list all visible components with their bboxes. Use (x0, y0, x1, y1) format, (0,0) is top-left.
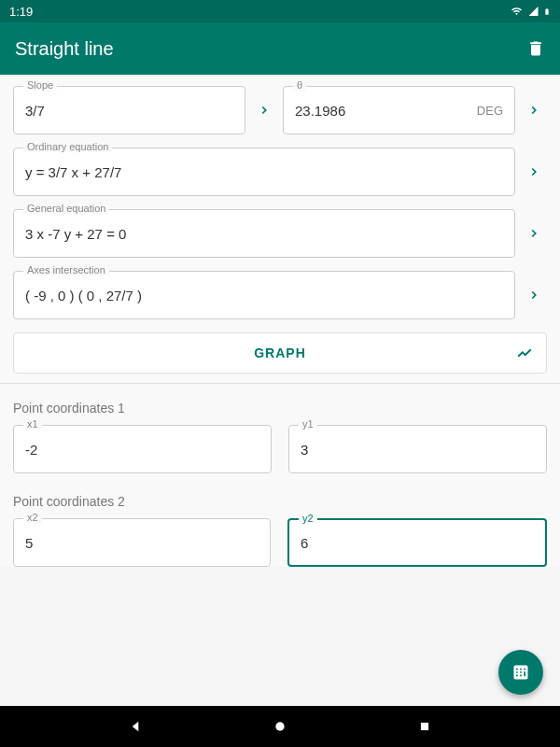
delete-icon[interactable] (526, 39, 545, 58)
nav-home[interactable] (271, 717, 289, 736)
general-equation-field[interactable]: General equation 3 x -7 y + 27 = 0 (13, 209, 515, 258)
general-value: 3 x -7 y + 27 = 0 (25, 226, 503, 242)
theta-value: 23.1986 (295, 103, 469, 119)
chart-line-icon (516, 345, 533, 361)
y1-value: 3 (301, 442, 535, 458)
x1-value: -2 (25, 442, 259, 458)
svg-point-0 (275, 722, 284, 730)
slope-field[interactable]: Slope 3/7 (13, 86, 245, 134)
y1-field[interactable]: y1 3 (288, 425, 547, 473)
y2-field[interactable]: y2 6 (287, 518, 547, 567)
point1-title: Point coordinates 1 (13, 401, 547, 416)
point2-title: Point coordinates 2 (13, 494, 547, 509)
graph-button-label: GRAPH (254, 345, 306, 360)
axes-label: Axes intersection (23, 264, 109, 275)
ordinary-value: y = 3/7 x + 27/7 (25, 164, 503, 180)
axes-intersection-field[interactable]: Axes intersection ( -9 , 0 ) ( 0 , 27/7 … (13, 271, 515, 319)
x1-field[interactable]: x1 -2 (13, 425, 272, 473)
y2-value: 6 (301, 535, 534, 551)
nav-back[interactable] (126, 717, 145, 736)
app-bar: Straight line (0, 22, 560, 75)
x2-field[interactable]: x2 5 (13, 518, 271, 567)
status-time: 1:19 (9, 5, 33, 19)
main-content: Slope 3/7 θ 23.1986 DEG Ordinary equatio… (0, 75, 560, 567)
slope-value: 3/7 (25, 103, 233, 119)
calculate-fab[interactable] (498, 650, 543, 695)
svg-rect-1 (421, 723, 428, 730)
wifi-icon (510, 6, 524, 17)
divider (0, 383, 560, 384)
calculator-icon (511, 663, 530, 682)
theta-unit: DEG (477, 104, 503, 118)
ordinary-expand[interactable] (521, 165, 547, 178)
general-expand[interactable] (521, 227, 547, 240)
graph-button[interactable]: GRAPH (13, 332, 547, 374)
y1-label: y1 (299, 418, 317, 430)
page-title: Straight line (15, 38, 114, 60)
ordinary-equation-field[interactable]: Ordinary equation y = 3/7 x + 27/7 (13, 148, 515, 196)
axes-value: ( -9 , 0 ) ( 0 , 27/7 ) (25, 288, 503, 303)
signal-icon (527, 6, 539, 17)
x2-label: x2 (23, 512, 42, 523)
ordinary-label: Ordinary equation (23, 141, 112, 152)
general-label: General equation (23, 203, 109, 214)
nav-recent[interactable] (415, 717, 434, 736)
status-bar: 1:19 (0, 0, 560, 22)
navigation-bar (0, 706, 560, 747)
y2-label: y2 (299, 513, 317, 524)
axes-expand[interactable] (521, 289, 547, 302)
slope-label: Slope (23, 79, 57, 91)
slope-expand[interactable] (251, 104, 277, 117)
x1-label: x1 (23, 418, 42, 430)
x2-value: 5 (25, 535, 259, 551)
theta-field[interactable]: θ 23.1986 DEG (283, 86, 515, 134)
theta-label: θ (293, 79, 306, 91)
battery-icon (543, 6, 551, 18)
theta-expand[interactable] (521, 104, 547, 117)
